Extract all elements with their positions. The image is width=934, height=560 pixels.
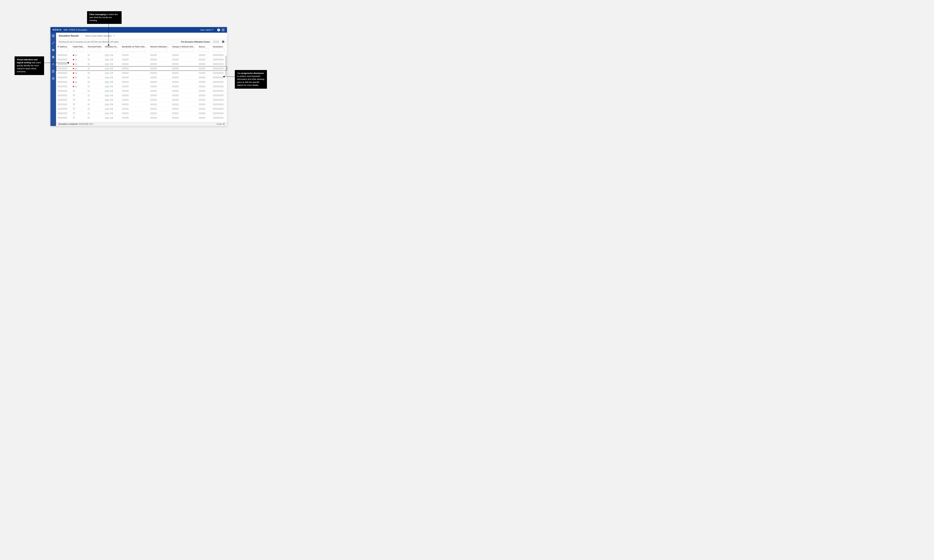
sidebar-columns-icon[interactable] (52, 48, 55, 52)
apps-button[interactable] (221, 28, 225, 32)
filter-util[interactable] (105, 49, 118, 52)
cell-dest (213, 90, 223, 92)
user-label: User: admin (200, 29, 211, 31)
nokia-logo: NOKIA (53, 29, 62, 31)
description-row: Showing the list of scenarios run per IG… (56, 39, 227, 45)
col-destination[interactable]: Destination (211, 45, 227, 49)
table-row[interactable]: (↓) (56, 71, 227, 75)
cell-ip (57, 68, 67, 69)
table-row[interactable]: (↑) (56, 102, 227, 106)
cell-netutil (150, 99, 157, 101)
cell-rerouted (88, 103, 90, 105)
col-bandwidth[interactable]: Bandwidth on Paths Failed (Mbps) (120, 45, 149, 49)
filter-ip[interactable] (57, 49, 69, 52)
table-header-row: IP Address Failed Paths↑ Rerouted Paths … (56, 45, 227, 49)
sidebar-report-icon[interactable] (52, 70, 55, 73)
completed-value: 2019/12/09 13:57 (79, 123, 93, 125)
table-row[interactable]: (↓) (56, 53, 227, 57)
cell-change (172, 108, 179, 110)
vertical-scrollbar[interactable] (225, 55, 227, 122)
cell-ip (57, 108, 67, 110)
help-button[interactable]: ? (217, 28, 220, 32)
cell-change (172, 81, 179, 83)
cell-rerouted (88, 58, 90, 60)
table-row[interactable]: (↓) (56, 80, 227, 84)
status-critical-icon (73, 54, 74, 56)
user-menu[interactable]: User: admin (200, 29, 214, 31)
sidebar-archive-icon[interactable] (52, 77, 55, 80)
col-change[interactable]: Change in Network Utilization… (171, 45, 197, 49)
filter-dest[interactable] (213, 49, 224, 52)
table-row[interactable]: (↓) (56, 111, 227, 115)
scenario-dropdown[interactable]: Worst Case Failure Scenario (82, 33, 115, 39)
col-rerouted-paths[interactable]: Rerouted Paths (86, 45, 103, 49)
cell-dest (213, 112, 223, 114)
cell-netutil (150, 103, 157, 105)
sidebar-path-icon[interactable] (52, 41, 55, 45)
cell-rerouted (88, 63, 90, 65)
table-row[interactable]: (↓) (56, 66, 227, 71)
util-trend-icon: (↑) (111, 103, 113, 105)
sidebar-map-icon[interactable] (52, 34, 55, 37)
cell-rerouted (88, 72, 90, 74)
cell-netutil (150, 54, 157, 56)
scrollbar-thumb[interactable] (225, 55, 227, 76)
annotation-top: Clear messaging to inform the user what … (87, 11, 122, 24)
filter-change[interactable] (172, 49, 194, 52)
cell-failed (73, 112, 75, 114)
cell-source (199, 81, 205, 83)
sidebar-branch-icon[interactable] (52, 63, 55, 66)
cell-change (172, 99, 179, 101)
table-row[interactable]: (↓) (56, 93, 227, 98)
main-area: Simulation Results Worst Case Failure Sc… (56, 33, 227, 126)
sidebar-simulation-icon[interactable] (52, 55, 55, 59)
col-failed-paths[interactable]: Failed Paths↑ (71, 45, 86, 49)
cell-ip (57, 86, 67, 88)
cell-util (105, 117, 109, 119)
cell-source (199, 103, 205, 105)
util-trend-icon: (↓) (111, 117, 113, 119)
cell-source (199, 99, 205, 101)
cell-util (105, 99, 109, 101)
filter-netutil[interactable] (150, 49, 168, 52)
table-row[interactable]: (↓) (56, 115, 227, 120)
cell-ip (57, 72, 67, 74)
cell-util (105, 108, 109, 110)
util-trend-icon: (↓) (111, 90, 113, 92)
table-row[interactable]: (↓) (56, 62, 227, 66)
table-row[interactable]: (↑) (56, 106, 227, 111)
cell-failed (75, 63, 77, 65)
cell-rerouted (88, 77, 90, 78)
pre-util-value (213, 41, 219, 43)
module-name: IP/MPLS Simulation (69, 29, 87, 31)
util-trend-icon: (↓) (111, 58, 113, 60)
filter-source[interactable] (199, 49, 209, 52)
cell-bandwidth (122, 68, 129, 69)
cell-ip (57, 99, 67, 101)
cell-dest (213, 72, 223, 74)
col-ip[interactable]: IP Address (56, 45, 71, 49)
status-critical-icon (73, 77, 74, 78)
cell-failed (73, 90, 75, 92)
filter-rerouted[interactable] (88, 49, 101, 52)
table-row[interactable]: (↓) (56, 84, 227, 89)
cell-bandwidth (122, 72, 129, 74)
info-icon[interactable]: i (222, 40, 224, 43)
cell-bandwidth (122, 63, 129, 65)
cell-change (172, 63, 179, 65)
table-row[interactable]: (↓) (56, 89, 227, 93)
util-trend-icon: (↑) (111, 108, 113, 110)
col-source[interactable]: Source (197, 45, 211, 49)
col-net-util[interactable]: Network Utilization (%) (149, 45, 171, 49)
apps-grid-icon (222, 29, 224, 31)
table-row[interactable]: (↓) (56, 98, 227, 102)
util-trend-icon: (↓) (111, 72, 113, 74)
col-util-factor[interactable]: Utilization Factor (103, 45, 120, 49)
cell-ip (57, 112, 67, 114)
filter-failed[interactable] (73, 49, 84, 52)
filter-bw[interactable] (122, 49, 145, 52)
cell-rerouted (88, 108, 90, 110)
table-row[interactable]: (↓) (56, 75, 227, 80)
table-row[interactable]: (↓) (56, 57, 227, 62)
cell-dest (213, 63, 223, 65)
